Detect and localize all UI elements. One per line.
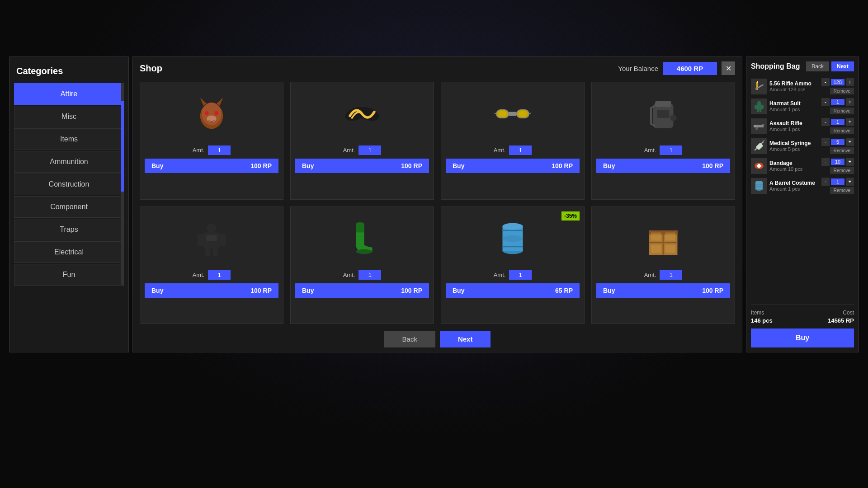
bag-item-name-barrel-costume: A Barrel Costume xyxy=(769,180,819,186)
qty-minus-syringe[interactable]: - xyxy=(821,138,830,146)
bag-next-button[interactable]: Next xyxy=(831,61,854,71)
bag-item-rifle: Assault Rifle Amount 1 pcs - 1 + Remove xyxy=(751,118,854,134)
bag-item-info-rifle: Assault Rifle Amount 1 pcs xyxy=(769,120,819,132)
bag-item-icon-hazmat xyxy=(751,99,767,114)
wolf-icon xyxy=(191,94,232,134)
price-flippers: 100 RP xyxy=(401,162,422,169)
amt-input-hazmat[interactable] xyxy=(208,270,231,280)
bag-buy-button[interactable]: Buy xyxy=(751,328,854,347)
amt-input-crate[interactable] xyxy=(660,270,682,280)
bag-item-name-rifle: Assault Rifle xyxy=(769,120,819,127)
svg-rect-27 xyxy=(206,249,211,256)
bandage-icon xyxy=(753,160,765,172)
price-hazmat: 100 RP xyxy=(250,287,272,294)
categories-list: Attire Misc Items Ammunition Constructio… xyxy=(14,83,124,286)
bag-item-icon-barrel-costume xyxy=(751,178,767,194)
remove-button-hazmat[interactable]: Remove xyxy=(830,108,854,114)
buy-button-flippers[interactable]: Buy 100 RP xyxy=(295,159,429,173)
amt-label-boots: Amt. xyxy=(343,272,355,278)
bag-item-controls-ammo: - 128 + Remove xyxy=(821,78,854,94)
amt-label-backpack: Amt. xyxy=(644,147,656,154)
sidebar-item-construction[interactable]: Construction xyxy=(14,174,124,195)
sidebar-item-items[interactable]: Items xyxy=(14,128,124,150)
sidebar-item-fun[interactable]: Fun xyxy=(14,264,124,286)
bag-item-amount-bandage: Amount 10 pcs xyxy=(769,166,819,172)
bag-item-controls-barrel-costume: - 1 + Remove xyxy=(821,178,854,194)
item-card-crate: Amt. Buy 100 RP xyxy=(591,206,735,324)
svg-rect-42 xyxy=(651,232,661,240)
amt-input-barrel[interactable] xyxy=(509,270,532,280)
buy-button-backpack[interactable]: Buy 100 RP xyxy=(596,159,730,173)
bag-item-icon-ammo xyxy=(751,79,767,94)
shop-back-button[interactable]: Back xyxy=(384,331,435,347)
bag-total-labels: Items Cost xyxy=(751,310,854,316)
qty-value-barrel-costume: 1 xyxy=(831,178,844,185)
svg-point-22 xyxy=(670,115,676,121)
buy-button-goggles[interactable]: Buy 100 RP xyxy=(446,159,580,173)
bag-item-icon-syringe xyxy=(751,138,767,154)
bag-items-list: 5.56 Rifle Ammo Amount 128 pcs - 128 + R… xyxy=(751,78,854,302)
balance-section: Your Balance 4600 RP ✕ xyxy=(618,61,735,75)
remove-button-ammo[interactable]: Remove xyxy=(830,88,854,94)
balance-value: 4600 RP xyxy=(663,62,717,75)
bag-item-name-hazmat: Hazmat Suit xyxy=(769,100,819,107)
remove-button-syringe[interactable]: Remove xyxy=(830,147,854,154)
svg-rect-60 xyxy=(755,143,763,150)
bag-back-button[interactable]: Back xyxy=(806,61,829,71)
item-amount-row-hazmat: Amt. xyxy=(145,270,278,280)
svg-rect-52 xyxy=(761,105,764,109)
buy-button-hazmat[interactable]: Buy 100 RP xyxy=(145,283,278,298)
amt-input-boots[interactable] xyxy=(359,270,381,280)
sidebar-item-component[interactable]: Component xyxy=(14,196,124,218)
items-label: Items xyxy=(751,310,764,316)
close-button[interactable]: ✕ xyxy=(722,61,735,75)
price-backpack: 100 RP xyxy=(702,162,723,169)
svg-rect-65 xyxy=(757,165,761,167)
buy-button-crate[interactable]: Buy 100 RP xyxy=(596,283,730,298)
qty-minus-ammo[interactable]: - xyxy=(821,78,830,86)
sidebar-item-electrical[interactable]: Electrical xyxy=(14,241,124,263)
item-image-area-crate xyxy=(596,211,730,266)
backpack-icon xyxy=(643,94,684,134)
bag-item-controls-syringe: - 5 + Remove xyxy=(821,138,854,154)
scroll-bar[interactable] xyxy=(121,83,124,286)
remove-button-rifle[interactable]: Remove xyxy=(830,127,854,134)
qty-minus-bandage[interactable]: - xyxy=(821,158,830,166)
buy-label: Buy xyxy=(151,162,163,169)
qty-plus-rifle[interactable]: + xyxy=(846,118,854,126)
svg-rect-68 xyxy=(755,182,763,189)
buy-button-boots[interactable]: Buy 100 RP xyxy=(295,283,429,298)
svg-point-23 xyxy=(207,223,217,233)
qty-plus-syringe[interactable]: + xyxy=(846,138,854,146)
remove-button-bandage[interactable]: Remove xyxy=(830,167,854,174)
amt-label-flippers: Amt. xyxy=(343,147,355,154)
sidebar-item-misc[interactable]: Misc xyxy=(14,106,124,127)
amt-label-crate: Amt. xyxy=(644,272,656,278)
sidebar-item-traps[interactable]: Traps xyxy=(14,219,124,240)
shop-next-button[interactable]: Next xyxy=(440,331,491,347)
sidebar-item-ammunition[interactable]: Ammunition xyxy=(14,151,124,173)
buy-button-wolf[interactable]: Buy 100 RP xyxy=(145,159,278,173)
amt-input-backpack[interactable] xyxy=(660,145,682,155)
item-image-area-backpack xyxy=(596,87,730,141)
svg-point-15 xyxy=(519,111,527,117)
buy-button-barrel[interactable]: Buy 65 RP xyxy=(446,283,580,298)
qty-minus-hazmat[interactable]: - xyxy=(821,98,830,106)
svg-marker-3 xyxy=(217,98,223,106)
svg-rect-28 xyxy=(213,249,218,256)
items-grid: Amt. Buy 100 RP xyxy=(140,82,735,324)
item-card-boots: Amt. Buy 100 RP xyxy=(290,206,434,324)
qty-plus-barrel-costume[interactable]: + xyxy=(846,178,854,186)
amt-input-goggles[interactable] xyxy=(509,145,532,155)
bag-item-info-syringe: Medical Syringe Amount 5 pcs xyxy=(769,140,819,152)
amt-input-wolf[interactable] xyxy=(208,145,231,155)
qty-plus-hazmat[interactable]: + xyxy=(846,98,854,106)
qty-plus-ammo[interactable]: + xyxy=(846,78,854,86)
qty-minus-barrel-costume[interactable]: - xyxy=(821,178,830,186)
rifle-icon xyxy=(753,120,765,132)
amt-input-flippers[interactable] xyxy=(359,145,381,155)
qty-plus-bandage[interactable]: + xyxy=(846,158,854,166)
sidebar-item-attire[interactable]: Attire xyxy=(14,83,124,105)
remove-button-barrel-costume[interactable]: Remove xyxy=(830,187,854,194)
qty-minus-rifle[interactable]: - xyxy=(821,118,830,126)
